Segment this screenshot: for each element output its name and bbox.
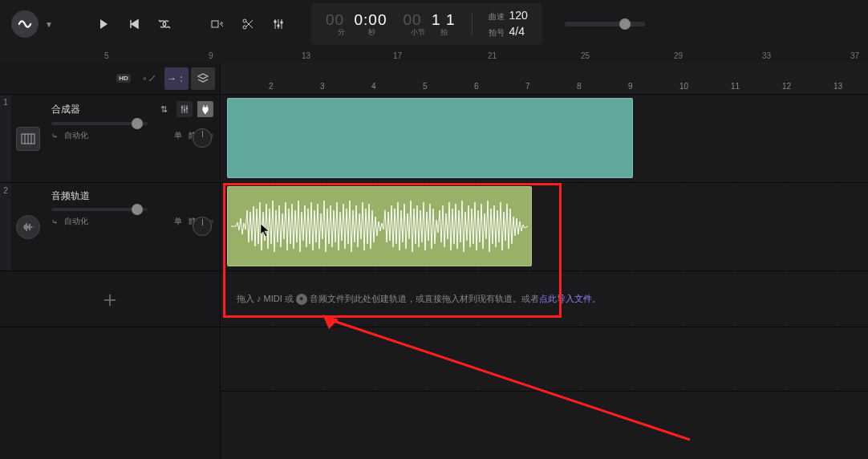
volume-slider[interactable] [51,208,148,211]
timeline-area: 2 3 4 5 6 7 8 9 10 11 12 13 [221,63,868,459]
svg-point-5 [280,21,283,24]
scissors-button[interactable] [236,12,260,36]
svg-point-9 [186,108,188,109]
svg-point-4 [277,24,280,27]
automation-toggle[interactable]: 自动化 [64,130,88,141]
transport-readout: 00 0:00 分秒 00 1 1 小节拍 曲速120 拍号4/4 [311,3,542,44]
plug-icon[interactable] [197,101,213,117]
solo-button[interactable]: 单 [174,130,182,141]
track-header-panel: HD ◦⟋ →﹕ 1 合成器 ⇅ [0,63,221,459]
timeline-lane-1[interactable] [221,95,868,183]
track-view-tools: HD ◦⟋ →﹕ [0,63,220,95]
track-number: 2 [0,183,11,270]
svg-point-3 [274,20,277,23]
tempo-sig-readout[interactable]: 曲速120 拍号4/4 [489,8,528,39]
select-tool-button[interactable] [205,12,229,36]
automation-view-toggle[interactable]: ◦⟋ [138,67,162,90]
track-number: 1 [0,95,11,182]
audio-icon: ● [296,294,307,305]
snap-toggle[interactable]: →﹕ [164,67,189,90]
track-header-1[interactable]: 1 合成器 ⇅ ⤷ 自动化 [0,95,220,183]
track-name[interactable]: 合成器 [51,103,151,116]
wave-icon[interactable] [16,215,40,239]
svg-point-7 [181,107,183,108]
svg-rect-0 [212,21,218,27]
app-logo[interactable] [11,10,39,38]
synth-clip[interactable] [227,98,633,178]
hd-toggle[interactable]: HD [112,67,136,90]
timeline-ruler[interactable]: 2 3 4 5 6 7 8 9 10 11 12 13 [221,63,868,95]
bar-beat-readout[interactable]: 00 1 1 小节拍 [403,11,455,37]
rewind-button[interactable] [122,12,146,36]
import-file-link[interactable]: 点此导入文件 [539,291,592,307]
pan-knob[interactable] [193,217,212,236]
track-name[interactable]: 音频轨道 [51,189,213,203]
track-header-2[interactable]: 2 音频轨道 ⤷ 自动化 单 静 LR [0,183,220,271]
overview-ruler[interactable]: 5 9 13 17 21 25 29 33 37 [0,48,868,63]
audio-clip[interactable] [227,186,532,266]
play-button[interactable] [91,12,116,36]
pan-knob[interactable] [193,128,212,148]
cursor-icon [260,223,271,238]
piano-icon[interactable] [16,127,40,151]
loop-button[interactable] [152,12,176,36]
track-fx-button[interactable] [176,101,193,117]
settings-sliders-button[interactable] [266,12,290,36]
drop-zone[interactable]: 拖入 ♪ MIDI 或 ● 音频文件到此处创建轨道，或直接拖入 材到现有轨道。或… [221,271,868,327]
layers-toggle[interactable] [191,67,215,90]
zoom-slider[interactable] [565,22,645,26]
expand-icon[interactable]: ⇅ [156,101,172,117]
time-readout[interactable]: 00 0:00 分秒 [326,11,387,37]
timeline-lane-2[interactable] [221,183,868,271]
top-toolbar: ▼ 00 0:00 分秒 00 1 1 小节拍 曲速120 拍号4/4 [0,0,868,48]
chevron-icon[interactable]: ⤷ [51,217,58,226]
volume-slider[interactable] [51,122,148,125]
chevron-icon[interactable]: ⤷ [51,132,58,140]
chevron-down-icon[interactable]: ▼ [45,20,53,29]
timeline-lane-empty[interactable] [221,327,868,392]
add-track-button[interactable]: ＋ [0,271,220,327]
svg-point-2 [243,26,246,29]
solo-button[interactable]: 单 [174,216,182,227]
music-note-icon: ♪ [257,291,262,307]
svg-point-8 [184,109,185,111]
automation-toggle[interactable]: 自动化 [64,216,88,227]
svg-point-1 [243,19,246,22]
